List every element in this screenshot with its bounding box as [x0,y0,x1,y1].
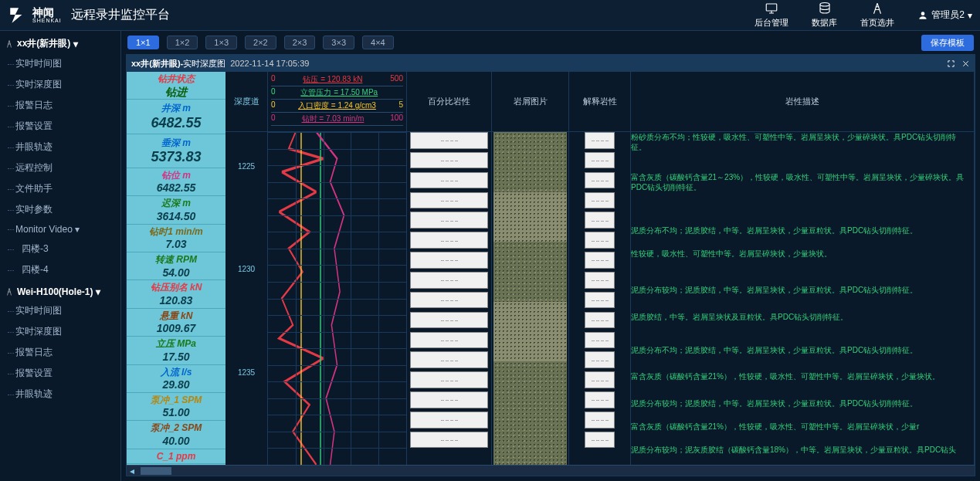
save-template-button[interactable]: 保存模板 [921,35,974,51]
sidebar-item[interactable]: 报警日志 [0,95,120,116]
lithology-description-track: 岩性描述 粉砂质分布不均；性较硬，吸水性、可塑性中等。岩屑呈块状，少量碎块状。具… [631,72,975,465]
lithology-pattern: -- -- -- -- [585,412,615,428]
layout-button-3x3[interactable]: 3×3 [323,36,354,49]
curve-plot[interactable] [268,132,406,465]
layout-toolbar: 1×11×21×32×22×33×34×4 保存模板 [121,31,980,54]
lithology-description: 性较硬，吸水性、可塑性中等。岩屑呈碎块状，少量块状。 [631,249,971,259]
sidebar-item[interactable]: 井眼轨迹 [0,384,120,405]
sidebar-item[interactable]: 报警设置 [0,363,120,384]
lithology-pattern: -- -- -- -- [585,292,615,309]
param-value: 7.03 [127,238,226,251]
well-group-1: xx井(新井眼) ▾ 实时时间图实时深度图报警日志报警设置井眼轨迹远程控制文件助… [0,34,120,280]
close-icon[interactable] [961,59,970,68]
cuttings-photo[interactable] [493,132,567,192]
lithology-pattern: -- -- -- -- [585,152,615,169]
track-header: 岩屑图片 [492,72,568,132]
param-label: 立压 MPa [127,338,226,351]
sidebar-item[interactable]: 远程控制 [0,158,120,178]
lithology-description: 富含灰质（碳酸钙含量21～23%），性较硬，吸水性、可塑性中等。岩屑呈块状，少量… [631,172,971,192]
param-label: 转速 RPM [127,254,226,266]
sidebar-item[interactable]: 井眼轨迹 [0,137,120,158]
content-area: 1×11×21×32×22×33×34×4 保存模板 xx井(新井眼)- 实时深… [121,31,980,481]
param-label: 悬重 kN [127,310,226,323]
curve-header-row: 0钻时 = 7.03 min/m100 [271,113,403,126]
sidebar-item[interactable]: 报警日志 [0,342,120,363]
cuttings-photo[interactable] [493,302,567,362]
lithology-pattern: -- -- -- -- [585,172,615,189]
sidebar-item[interactable]: 报警设置 [0,116,120,137]
param-label: 垂深 m [127,137,226,150]
param-box: C_1 ppm [127,449,226,465]
lithology-pattern: -- -- -- -- [410,292,488,309]
user-menu[interactable]: 管理员2 ▾ [917,8,972,22]
scroll-left-icon[interactable]: ◂ [127,466,137,476]
param-box: 钻时1 min/m7.03 [127,225,226,252]
cuttings-photo[interactable] [493,192,567,242]
lithology-pattern: -- -- -- -- [410,432,488,449]
sidebar-item[interactable]: 实时时间图 [0,300,120,321]
layout-button-1x3[interactable]: 1×3 [205,36,237,49]
app-title: 远程录井监控平台 [71,7,170,23]
param-label: 迟深 m [127,198,226,210]
cuttings-photo[interactable] [493,242,567,302]
depth-tick: 1225 [226,162,267,171]
brand-cn: 神闻 [32,7,62,18]
expand-icon[interactable] [947,59,955,68]
layout-button-4x4[interactable]: 4×4 [362,36,394,49]
param-value: 1009.67 [127,322,226,335]
cuttings-photo[interactable] [493,361,567,465]
well-title-2[interactable]: Wei-H100(Hole-1) ▾ [0,283,120,300]
lithology-description: 泥质分布较均；泥质胶结，中等。岩屑呈块状，少量豆粒状。具PDC钻头切削特征。 [631,285,971,295]
lithology-pattern: -- -- -- -- [410,232,488,249]
layout-button-1x1[interactable]: 1×1 [127,36,159,49]
param-label: 泵冲_2 SPM [127,422,226,435]
nav-database[interactable]: 数据库 [812,2,837,29]
layout-button-1x2[interactable]: 1×2 [167,36,198,49]
logo: 神闻 SHENKAI [8,5,62,25]
logo-icon [8,5,28,25]
well-title-1[interactable]: xx井(新井眼) ▾ [0,34,120,53]
param-label: 钻时1 min/m [127,226,226,239]
track-header: 百分比岩性 [407,72,491,132]
sidebar-item[interactable]: Monitor Video ▾ [0,220,120,239]
nav-admin[interactable]: 后台管理 [754,2,788,29]
param-label: 井深 m [127,103,226,115]
lithology-pattern: -- -- -- -- [410,152,488,169]
horizontal-scrollbar[interactable]: ◂ [127,465,975,476]
chevron-down-icon: ▾ [96,286,100,297]
sidebar-item[interactable]: 实时深度图 [0,74,120,95]
sidebar-item[interactable]: 实时深度图 [0,321,120,342]
lithology-pattern: -- -- -- -- [410,412,488,428]
sidebar-item[interactable]: 实时参数 [0,199,120,220]
layout-button-2x3[interactable]: 2×3 [284,36,316,49]
lithology-description: 粉砂质分布不均；性较硬，吸水性、可塑性中等。岩屑呈块状，少量碎块状。具PDC钻头… [631,132,971,152]
param-value: 6482.55 [127,181,226,195]
sidebar: xx井(新井眼) ▾ 实时时间图实时深度图报警日志报警设置井眼轨迹远程控制文件助… [0,31,121,481]
lithology-pattern: -- -- -- -- [410,332,488,349]
user-icon [917,10,928,21]
interp-lithology-track: 解释岩性 -- -- -- ---- -- -- ---- -- -- ----… [569,72,631,465]
param-box: 钻压别名 kN120.83 [127,280,226,308]
lithology-description: 富含灰质（碳酸钙含量21%），性较硬，吸水性、可塑性中等。岩屑呈碎块状，少量r [631,422,971,432]
layout-button-2x2[interactable]: 2×2 [245,36,276,49]
scrollbar-thumb[interactable] [141,467,171,475]
param-box: 立压 MPa17.50 [127,337,226,364]
lithology-pattern: -- -- -- -- [585,312,615,329]
param-value: 钻进 [127,86,226,99]
sidebar-item[interactable]: 实时时间图 [0,53,120,74]
chevron-down-icon: ▾ [73,39,78,49]
svg-rect-0 [767,4,778,11]
sidebar-sub-item[interactable]: 四楼-3 [0,239,120,259]
param-label: 入流 l/s [127,367,226,379]
nav-home-well[interactable]: 首页选井 [860,2,894,29]
param-value: 3614.50 [127,210,226,223]
track-header: 岩性描述 [631,72,974,132]
lithology-pattern: -- -- -- -- [410,192,488,209]
curve-track: 0钻压 = 120.83 kN5000立管压力 = 17.50 MPa0入口密度… [268,72,407,465]
param-label: C_1 ppm [127,451,226,463]
lithology-pattern: -- -- -- -- [410,172,488,189]
cuttings-photo-track: 岩屑图片 [492,72,569,465]
sidebar-item[interactable]: 文件助手 [0,178,120,199]
sidebar-sub-item[interactable]: 四楼-4 [0,259,120,280]
percent-lithology-track: 百分比岩性 -- -- -- ---- -- -- ---- -- -- ---… [407,72,492,465]
